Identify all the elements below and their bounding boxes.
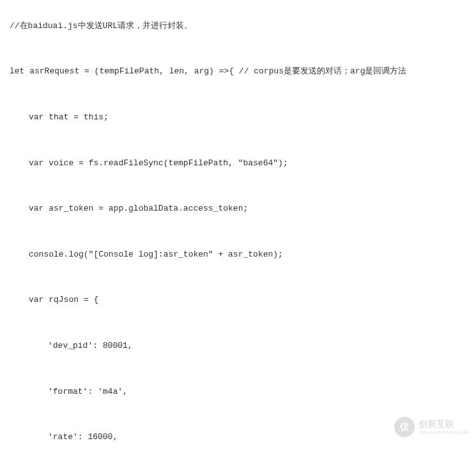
code-line-var-token: var asr_token = app.globalData.access_to… <box>10 202 466 216</box>
code-line-console-log: console.log("[Console log]:asr_token" + … <box>10 248 466 262</box>
code-line-var-that: var that = this; <box>10 111 466 124</box>
watermark-sub-text: CHUANGXIN HULIAN <box>418 430 470 436</box>
code-line-var-voice: var voice = fs.readFileSync(tempFilePath… <box>10 157 466 170</box>
watermark: 仪 创新互联 CHUANGXIN HULIAN <box>394 417 470 437</box>
watermark-logo-icon: 仪 <box>394 417 415 437</box>
code-line-rqjson-open: var rqJson = { <box>10 294 466 307</box>
code-line-format: 'format': 'm4a', <box>10 386 466 399</box>
watermark-main-text: 创新互联 <box>418 419 454 429</box>
watermark-text-block: 创新互联 CHUANGXIN HULIAN <box>418 419 470 435</box>
code-line-comment: //在baiduai.js中发送URL请求，并进行封装。 <box>10 20 466 33</box>
code-line-function-decl: let asrRequest = (tempFilePath, len, arg… <box>10 65 466 79</box>
code-line-devpid: 'dev_pid': 80001, <box>10 340 466 353</box>
code-content: //在baiduai.js中发送URL请求，并进行封装。 let asrRequ… <box>10 6 466 450</box>
